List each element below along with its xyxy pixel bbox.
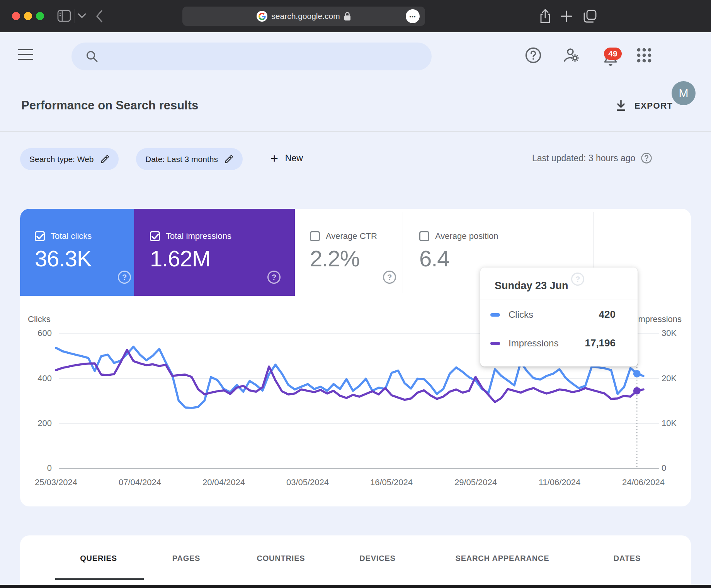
search-input[interactable] [107, 51, 432, 61]
metric-value: 36.3K [35, 245, 92, 271]
metric-total-impressions[interactable]: Total impressions 1.62M ? [134, 209, 295, 296]
new-filter-label: New [285, 153, 303, 164]
tab-countries[interactable]: COUNTRIES [257, 554, 305, 563]
tooltip-label: Impressions [509, 338, 558, 349]
main-menu-icon[interactable] [18, 49, 33, 60]
x-axis-labels: 25/03/2024 07/04/2024 20/04/2024 03/05/2… [20, 477, 691, 489]
zoom-window-button[interactable] [36, 12, 44, 20]
property-search-bar[interactable] [71, 43, 432, 70]
x-label: 03/05/2024 [286, 477, 329, 487]
screen: { "browser": { "url": "search.google.com… [0, 0, 711, 588]
tooltip-row-clicks: Clicks 420 [480, 307, 638, 322]
account-avatar[interactable]: M [672, 81, 696, 105]
right-tick: 0 [662, 463, 691, 473]
help-circle-icon[interactable] [641, 152, 652, 164]
address-bar[interactable]: search.google.com ••• [182, 7, 425, 26]
tooltip-value: 420 [599, 308, 616, 320]
x-label: 25/03/2024 [35, 477, 77, 487]
metric-label: Total clicks [51, 231, 92, 241]
lock-icon [344, 12, 351, 21]
help-circle-icon[interactable]: ? [571, 273, 584, 286]
right-tick: 30K [662, 328, 691, 338]
edit-pencil-icon [224, 155, 233, 164]
help-icon[interactable] [524, 46, 543, 65]
new-tab-icon[interactable] [560, 10, 573, 23]
right-tick: 10K [662, 418, 691, 428]
clicks-swatch [490, 313, 500, 317]
back-button-icon[interactable] [95, 9, 104, 23]
edit-pencil-icon [100, 155, 109, 164]
user-settings-icon[interactable] [562, 46, 581, 65]
dimension-tabs-card: QUERIES PAGES COUNTRIES DEVICES SEARCH A… [20, 535, 691, 585]
left-tick: 400 [20, 373, 52, 383]
tab-overview-icon[interactable] [583, 9, 597, 24]
tooltip-value: 17,196 [585, 337, 616, 349]
date-filter-chip[interactable]: Date: Last 3 months [136, 148, 243, 170]
date-filter-label: Date: Last 3 months [145, 155, 218, 164]
notification-count-badge[interactable]: 49 [604, 48, 622, 60]
browser-titlebar: search.google.com ••• [0, 0, 711, 32]
left-tick: 0 [20, 463, 52, 473]
right-tick: 20K [662, 373, 691, 383]
tab-devices[interactable]: DEVICES [359, 554, 395, 563]
help-circle-icon[interactable]: ? [383, 271, 396, 284]
download-icon [615, 100, 627, 112]
tooltip-divider [480, 300, 638, 300]
export-button[interactable]: EXPORT [615, 100, 673, 112]
tab-pages[interactable]: PAGES [172, 554, 201, 563]
header-divider [0, 131, 711, 132]
x-label: 16/05/2024 [370, 477, 413, 487]
active-tab-indicator [55, 578, 144, 580]
x-label: 24/06/2024 [622, 477, 665, 487]
chevron-down-icon[interactable] [77, 13, 87, 19]
export-label: EXPORT [634, 101, 673, 111]
search-console-appbar: 49 M [0, 32, 711, 73]
x-label: 11/06/2024 [539, 477, 580, 487]
search-type-filter-label: Search type: Web [29, 155, 94, 164]
checkbox-checked-icon[interactable] [35, 231, 45, 241]
google-favicon [257, 11, 267, 22]
search-type-filter-chip[interactable]: Search type: Web [20, 148, 119, 170]
x-label: 29/05/2024 [454, 477, 497, 487]
chart-tooltip: Sunday 23 Jun Clicks 420 Impressions 17,… [480, 268, 638, 366]
close-window-button[interactable] [12, 12, 20, 20]
left-tick: 600 [20, 328, 52, 338]
url-text: search.google.com [271, 12, 340, 21]
metric-label: Average CTR [326, 231, 377, 241]
checkbox-checked-icon[interactable] [150, 231, 160, 241]
search-icon [85, 50, 99, 63]
section-divider [403, 212, 403, 293]
right-axis-title: Impressions [636, 314, 682, 324]
tab-search-appearance[interactable]: SEARCH APPEARANCE [456, 554, 549, 563]
metric-label: Average position [435, 231, 498, 241]
sidebar-toggle-icon[interactable] [57, 9, 71, 22]
new-filter-button[interactable]: + New [270, 152, 303, 165]
last-updated-text: Last updated: 3 hours ago [532, 153, 635, 164]
metric-label: Total impressions [166, 231, 231, 241]
left-tick: 200 [20, 418, 52, 428]
help-circle-icon[interactable]: ? [267, 271, 281, 284]
metric-value: 6.4 [419, 245, 449, 271]
minimize-window-button[interactable] [24, 12, 32, 20]
tooltip-label: Clicks [509, 309, 533, 320]
x-label: 20/04/2024 [202, 477, 245, 487]
window-bottom-edge [0, 585, 711, 588]
share-icon[interactable] [539, 9, 551, 24]
plus-icon: + [270, 152, 278, 165]
tooltip-row-impressions: Impressions 17,196 [480, 336, 638, 351]
page-title: Performance on Search results [21, 99, 198, 112]
tab-dates[interactable]: DATES [614, 554, 641, 563]
metric-total-clicks[interactable]: Total clicks 36.3K ? [20, 209, 134, 296]
last-updated: Last updated: 3 hours ago [532, 152, 652, 164]
metric-value: 2.2% [310, 245, 359, 271]
help-circle-icon[interactable]: ? [118, 271, 131, 284]
x-label: 07/04/2024 [119, 477, 161, 487]
more-options-icon[interactable]: ••• [406, 9, 420, 23]
checkbox-unchecked-icon[interactable] [419, 231, 429, 241]
checkbox-unchecked-icon[interactable] [310, 231, 320, 241]
left-axis-title: Clicks [28, 314, 51, 324]
tooltip-date: Sunday 23 Jun [495, 280, 568, 292]
tab-queries[interactable]: QUERIES [80, 554, 117, 563]
metric-average-ctr[interactable]: Average CTR 2.2% ? [295, 209, 403, 296]
google-apps-grid-icon[interactable] [635, 46, 653, 65]
